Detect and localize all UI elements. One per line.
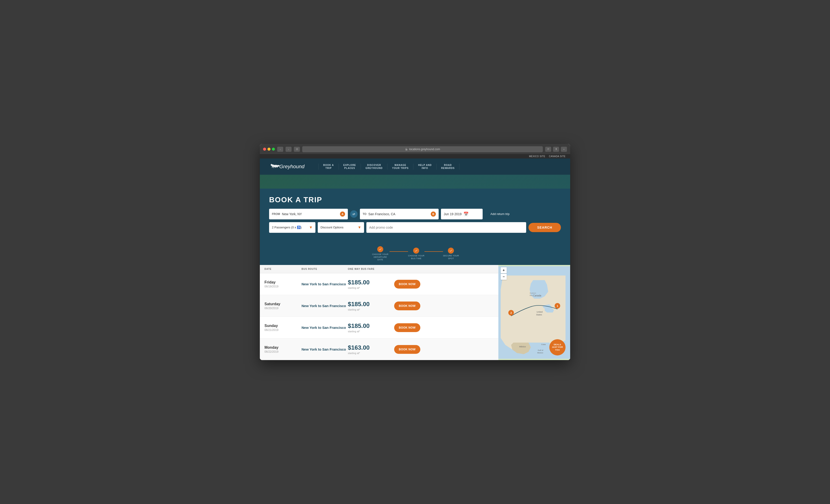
dog-icon: [269, 162, 283, 171]
svg-rect-7: [277, 166, 278, 168]
fare-amount-1: $185.00: [348, 301, 394, 308]
logo-text: Greyhound: [279, 164, 305, 170]
table-row: Friday 06/19/2019 New York to San Franci…: [260, 273, 499, 295]
reload-button[interactable]: ⟳: [545, 147, 551, 152]
check-icon-2: [415, 249, 418, 252]
book-now-button-1[interactable]: BOOK NOW: [394, 302, 420, 310]
promo-input-group: [366, 222, 526, 233]
zoom-in-button[interactable]: +: [501, 267, 507, 273]
to-field[interactable]: [368, 212, 431, 216]
svg-text:Gulf of: Gulf of: [538, 349, 543, 351]
date-str-0: 06/19/2019: [264, 285, 301, 288]
route-cell-2: New York to San Francisco: [301, 325, 348, 330]
table-header: DATE BUS ROUTE ONE WAY BUS FARE: [260, 265, 499, 273]
svg-rect-5: [274, 166, 274, 168]
starting-at-3: starting at*: [348, 352, 394, 355]
day-name-0: Friday: [264, 280, 301, 284]
nav-book-a-trip[interactable]: BOOK ATRIP: [318, 164, 339, 170]
url-text: locations.greyhound.com: [409, 148, 440, 151]
step-1-label: Choose yourdeparture date: [371, 253, 389, 261]
svg-text:Mexico: Mexico: [537, 352, 543, 354]
book-action-3: BOOK NOW: [394, 345, 426, 354]
back-button[interactable]: ‹: [277, 147, 283, 152]
results-area: DATE BUS ROUTE ONE WAY BUS FARE Friday 0…: [260, 265, 570, 360]
from-input-group: From A: [269, 209, 348, 220]
discount-select[interactable]: Discount Options ▼: [318, 222, 364, 233]
svg-rect-6: [276, 166, 276, 168]
promo-field[interactable]: [369, 226, 523, 229]
search-button[interactable]: SEARCH: [529, 223, 561, 232]
greyhound-logo: Greyhound: [269, 162, 305, 171]
step-3-circle: [448, 247, 454, 254]
fare-cell-2: $185.00 starting at*: [348, 322, 394, 333]
nav-explore-places[interactable]: EXPLOREPLACES: [339, 164, 361, 170]
book-action-1: BOOK NOW: [394, 302, 426, 310]
fare-cell-1: $185.00 starting at*: [348, 301, 394, 311]
fare-amount-0: $185.00: [348, 279, 394, 286]
book-now-button-3[interactable]: BOOK NOW: [394, 345, 420, 354]
book-now-button-0[interactable]: BOOK NOW: [394, 280, 420, 289]
book-now-button-2[interactable]: BOOK NOW: [394, 323, 420, 332]
nav-road-rewards[interactable]: ROADREWARDS: [437, 164, 459, 170]
day-name-1: Saturday: [264, 302, 301, 306]
add-tab-button[interactable]: +: [561, 147, 567, 152]
from-icon: A: [340, 211, 345, 216]
date-picker[interactable]: Jun 19 2019 📅: [441, 209, 483, 220]
day-name-3: Monday: [264, 345, 301, 350]
passengers-select[interactable]: 2 Passengers (0 x ♿) ▼: [269, 222, 315, 233]
book-action-0: BOOK NOW: [394, 280, 426, 289]
date-str-3: 06/22/2019: [264, 350, 301, 354]
deals-badge[interactable]: DEALS JUST FOR YOU: [549, 339, 566, 356]
booking-row-1: From A ⇄ To B Jun 19 2019 📅 Add return t…: [269, 209, 561, 220]
starting-at-0: starting at*: [348, 287, 394, 289]
table-row: Monday 06/22/2019 New York to San Franci…: [260, 339, 499, 360]
browser-actions: ⟳ ⬆ +: [545, 147, 567, 152]
logo-area[interactable]: Greyhound: [269, 162, 305, 171]
to-icon: B: [431, 211, 436, 216]
date-cell-3: Monday 06/22/2019: [264, 345, 301, 354]
date-cell-1: Saturday 06/20/2019: [264, 302, 301, 310]
sidebar-toggle-button[interactable]: ⊟: [294, 147, 300, 152]
from-field[interactable]: [282, 212, 340, 216]
date-str-2: 06/21/2019: [264, 328, 301, 332]
share-button[interactable]: ⬆: [553, 147, 559, 152]
swap-button[interactable]: ⇄: [350, 210, 358, 218]
close-button[interactable]: [263, 148, 266, 150]
browser-window: ‹ › ⊟ locations.greyhound.com ⟳ ⬆ + MEXI…: [260, 144, 570, 360]
svg-text:2: 2: [510, 311, 512, 314]
route-cell-3: New York to San Francisco: [301, 347, 348, 352]
date-value: Jun 19 2019: [444, 212, 461, 216]
svg-point-2: [271, 164, 272, 166]
discount-chevron-icon: ▼: [358, 225, 361, 230]
to-input-group: To B: [360, 209, 439, 220]
route-cell-0: New York to San Francisco: [301, 282, 348, 287]
to-label: To: [363, 212, 366, 216]
fare-cell-0: $185.00 starting at*: [348, 279, 394, 289]
browser-chrome: ‹ › ⊟ locations.greyhound.com ⟳ ⬆ +: [260, 144, 570, 154]
table-row: Sunday 06/21/2019 New York to San Franci…: [260, 317, 499, 339]
maximize-button[interactable]: [272, 148, 275, 150]
return-trip-toggle[interactable]: Add return trip: [485, 212, 515, 216]
mexico-site-link[interactable]: MEXICO SITE: [529, 155, 545, 158]
nav-discover-greyhound[interactable]: DISCOVERGREYHOUND: [361, 164, 387, 170]
passengers-chevron-icon: ▼: [309, 225, 313, 230]
address-bar[interactable]: locations.greyhound.com: [302, 146, 543, 152]
nav-manage-your-trips[interactable]: MANAGEYOUR TRIPS: [387, 164, 413, 170]
minimize-button[interactable]: [267, 148, 270, 150]
col-header-action: [394, 268, 426, 270]
deals-line3: YOU: [555, 349, 560, 351]
nav-help-and-info[interactable]: HELP ANDINFO: [413, 164, 437, 170]
canada-site-link[interactable]: CANADA SITE: [549, 155, 566, 158]
col-header-date: DATE: [264, 268, 301, 270]
zoom-out-button[interactable]: −: [501, 274, 507, 280]
check-icon-3: [449, 249, 452, 252]
svg-text:Canada: Canada: [533, 294, 541, 297]
passengers-text: 2 Passengers (0 x ♿): [272, 226, 307, 229]
fare-amount-3: $163.00: [348, 344, 394, 351]
route-cell-1: New York to San Francisco: [301, 304, 348, 308]
traffic-lights: [263, 148, 275, 150]
deals-line1: DEALS: [554, 343, 561, 346]
step-3-label: Secure yourspot: [443, 255, 459, 260]
hero-area: [260, 175, 570, 189]
forward-button[interactable]: ›: [286, 147, 292, 152]
